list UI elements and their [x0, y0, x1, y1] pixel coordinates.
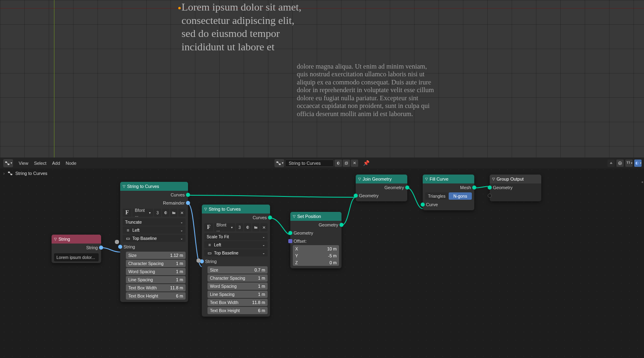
node-header[interactable]: ▽ String to Curves [202, 205, 270, 214]
svg-rect-2 [276, 161, 278, 163]
node-title: Join Geometry [363, 177, 392, 181]
socket-in-string[interactable] [118, 245, 122, 249]
shading-toggle[interactable]: ▾ [634, 160, 642, 167]
align-y-dropdown[interactable]: ▭Top Baseline⌄ [204, 249, 268, 257]
unlink-font-button[interactable]: ✕ [178, 209, 186, 217]
node-set-position[interactable]: ▽ Set Position Geometry Geometry Offset:… [290, 212, 341, 268]
socket-in-geometry[interactable] [354, 194, 358, 198]
socket-in-empty[interactable] [488, 194, 492, 198]
prop-char-spacing[interactable]: Character Spacing1 m [126, 260, 186, 267]
open-font-button[interactable] [170, 209, 177, 217]
socket-out-mesh[interactable] [472, 185, 476, 190]
socket-in-offset[interactable] [288, 239, 292, 243]
string-value-field[interactable]: Lorem ipsum dolor... [54, 253, 99, 261]
socket-out-remainder[interactable] [186, 201, 190, 205]
socket-in-geometry[interactable] [488, 185, 492, 190]
node-group-output[interactable]: ▽ Group Output Geometry [490, 175, 541, 201]
socket-in-curve[interactable] [421, 203, 425, 207]
viewport-3d[interactable]: Lorem ipsum dolor sit amet, consectetur … [0, 0, 644, 157]
node-title: String [58, 237, 70, 242]
socket-out-geometry[interactable] [405, 185, 409, 190]
mode-triangles[interactable]: Triangles [425, 192, 448, 200]
font-name-field[interactable]: Bfont ...▾ [132, 209, 153, 217]
unlink-font-button[interactable]: ✕ [260, 223, 268, 231]
menu-view[interactable]: View [19, 161, 28, 166]
svg-rect-5 [346, 162, 348, 164]
node-header[interactable]: ▽ String [52, 235, 101, 244]
new-nodegroup-button[interactable] [343, 160, 350, 167]
align-y-dropdown[interactable]: ▭Top Baseline⌄ [123, 235, 186, 242]
font-name-field[interactable]: Bfont ...▾ [214, 223, 235, 231]
nodegroup-name-field[interactable]: String to Curves [285, 160, 334, 167]
overlay-toggle[interactable] [616, 160, 624, 167]
node-header[interactable]: ▽ Fill Curve [423, 175, 474, 183]
node-fill-curve[interactable]: ▽ Fill Curve Mesh Triangles N-gons Curve [423, 175, 474, 210]
font-users-count[interactable]: 3 [154, 209, 161, 217]
node-join-geometry[interactable]: ▽ Join Geometry Geometry Geometry [356, 175, 407, 201]
socket-label: Curve [426, 202, 438, 207]
fill-mode-toggle[interactable]: Triangles N-gons [425, 192, 472, 200]
node-title: String to Curves [209, 207, 241, 211]
sidebar-collapse-handle[interactable]: ◂ [641, 180, 643, 184]
svg-point-7 [620, 162, 621, 164]
prop-size[interactable]: Size0.7 m [207, 266, 268, 274]
prop-text-box-width[interactable]: Text Box Width11.8 m [207, 299, 268, 306]
prop-text-box-width[interactable]: Text Box Width11.8 m [126, 284, 186, 291]
socket-label: Curves [253, 215, 267, 220]
editor-type-button[interactable]: ▾ [3, 159, 13, 167]
pin-icon[interactable]: 📌 [363, 160, 370, 166]
prop-text-box-height[interactable]: Text Box Height6 m [207, 307, 268, 314]
node-editor[interactable]: ▾ View Select Add Node ▾ String to Curve… [0, 157, 644, 358]
socket-out-geometry[interactable] [339, 223, 344, 227]
offset-x-field[interactable]: X10 m [293, 245, 339, 252]
snap-toggle[interactable]: ▾ [625, 160, 633, 167]
mode-ngons[interactable]: N-gons [449, 192, 472, 200]
prop-char-spacing[interactable]: Character Spacing1 m [207, 274, 268, 282]
node-header[interactable]: ▽ String to Curves [120, 182, 188, 191]
overflow-dropdown[interactable]: Truncate⌄ [123, 218, 186, 226]
svg-rect-10 [11, 174, 12, 175]
font-icon: F [123, 209, 132, 217]
node-string[interactable]: ▽ String String Lorem ipsum dolor... [52, 235, 101, 263]
socket-in-geometry[interactable] [288, 231, 292, 235]
breadcrumb-label: String to Curves [15, 171, 48, 176]
baseline-icon: ▭ [125, 236, 131, 241]
prop-line-spacing[interactable]: Line Spacing1 m [126, 276, 186, 283]
nodegroup-breadcrumb[interactable]: › String to Curves [0, 168, 48, 178]
prop-text-box-height[interactable]: Text Box Height6 m [126, 292, 186, 300]
menu-select[interactable]: Select [34, 161, 47, 166]
overflow-dropdown[interactable]: Scale To Fit⌄ [204, 233, 268, 240]
socket-out-curves[interactable] [268, 216, 272, 220]
align-x-dropdown[interactable]: ≡Left⌄ [123, 226, 186, 234]
parent-nodegroup-button[interactable] [607, 160, 615, 167]
socket-in-tb-height[interactable] [197, 259, 201, 263]
socket-out-curves[interactable] [186, 193, 190, 197]
open-font-button[interactable] [252, 223, 259, 231]
prop-word-spacing[interactable]: Word Spacing1 m [207, 283, 268, 290]
socket-label: Geometry [359, 193, 378, 198]
prop-line-spacing[interactable]: Line Spacing1 m [207, 291, 268, 298]
prop-word-spacing[interactable]: Word Spacing1 m [126, 268, 186, 275]
fake-user-button[interactable] [162, 209, 169, 217]
offset-z-field[interactable]: Z0 m [293, 259, 339, 266]
prop-size[interactable]: Size1.12 m [126, 252, 186, 259]
socket-in-tb-height[interactable] [115, 240, 119, 244]
node-header[interactable]: ▽ Set Position [290, 212, 341, 221]
menu-add[interactable]: Add [52, 161, 60, 166]
node-editor-toolbar: ▾ View Select Add Node ▾ String to Curve… [0, 157, 644, 168]
fake-user-button[interactable] [244, 223, 251, 231]
nodegroup-type-button[interactable]: ▾ [274, 159, 284, 167]
node-header[interactable]: ▽ Join Geometry [356, 175, 407, 183]
node-string-to-curves-1[interactable]: ▽ String to Curves Curves Remainder F Bf… [120, 182, 188, 302]
svg-rect-0 [5, 161, 6, 163]
font-users-count[interactable]: 3 [236, 223, 243, 231]
node-string-to-curves-2[interactable]: ▽ String to Curves Curves F Bfont ...▾ 3… [202, 205, 270, 317]
menu-node[interactable]: Node [66, 161, 76, 166]
unlink-nodegroup-button[interactable]: ✕ [351, 160, 358, 167]
socket-out-string[interactable] [99, 246, 103, 250]
fake-user-button[interactable] [335, 160, 342, 167]
align-x-dropdown[interactable]: ≡Left⌄ [204, 241, 268, 248]
node-header[interactable]: ▽ Group Output [490, 175, 541, 183]
offset-y-field[interactable]: Y-5 m [293, 252, 339, 259]
svg-rect-3 [279, 163, 280, 165]
